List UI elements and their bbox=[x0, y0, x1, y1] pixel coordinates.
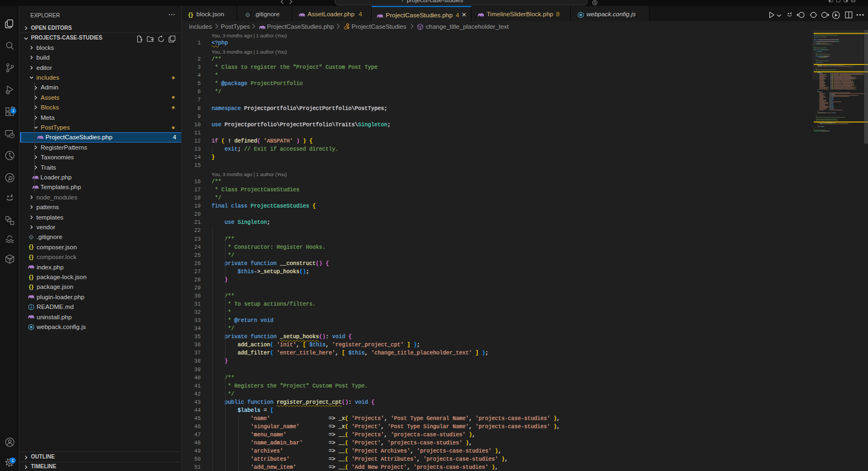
svg-text:{}: {} bbox=[29, 274, 34, 280]
svg-text:{}: {} bbox=[29, 244, 34, 250]
svg-text:{}: {} bbox=[29, 283, 34, 290]
svg-text:{}: {} bbox=[29, 254, 34, 260]
svg-text:{}: {} bbox=[188, 11, 193, 18]
